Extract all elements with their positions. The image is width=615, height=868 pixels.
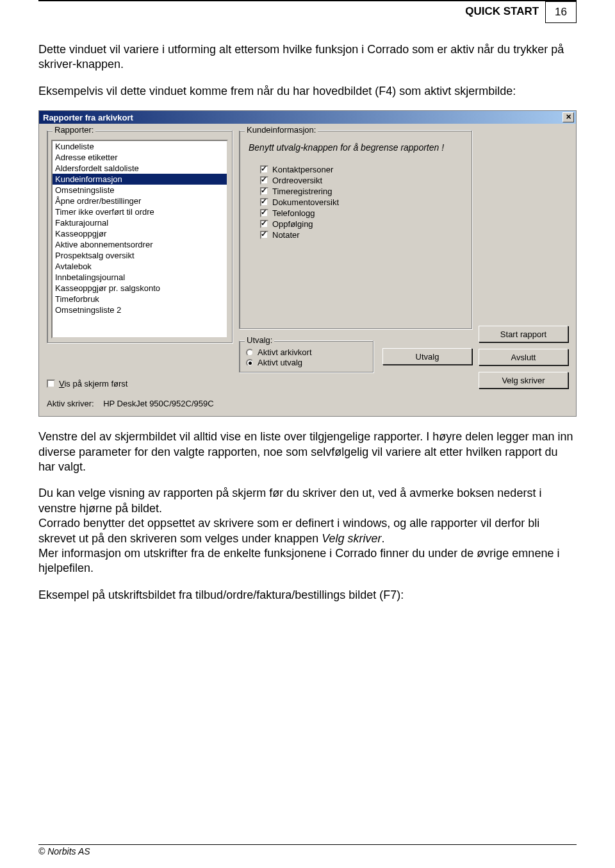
check-row[interactable]: Ordreoversikt	[243, 175, 468, 186]
kundeinfo-fieldset: Kundeinformasjon: Benytt utvalg-knappen …	[239, 130, 472, 329]
check-row[interactable]: Oppfølging	[243, 219, 468, 230]
checks-group: KontaktpersonerOrdreoversiktTimeregistre…	[243, 164, 468, 240]
list-item[interactable]: Timeforbruk	[53, 294, 227, 305]
hint-text: Benytt utvalg-knappen for å begrense rap…	[243, 140, 468, 164]
velg-skriver-button[interactable]: Velg skriver	[479, 372, 568, 388]
utvalg-fieldset: Utvalg: Aktivt arkivkort Aktivt utvalg	[239, 340, 373, 372]
list-item[interactable]: Aktive abonnementsordrer	[53, 239, 227, 250]
check-row[interactable]: Dokumentoversikt	[243, 197, 468, 208]
radio-label: Aktivt arkivkort	[258, 347, 312, 357]
utvalg-button[interactable]: Utvalg	[382, 348, 472, 365]
check-row[interactable]: Notater	[243, 230, 468, 240]
list-item[interactable]: Innbetalingsjournal	[53, 272, 227, 283]
rapporter-legend: Rapporter:	[53, 125, 95, 135]
check-label: Oppfølging	[272, 219, 313, 229]
check-label: Dokumentoversikt	[272, 197, 339, 207]
list-item[interactable]: Adresse etiketter	[53, 152, 227, 163]
checkbox-icon	[47, 380, 55, 388]
paragraph-4: Du kan velge visning av rapporten på skj…	[38, 486, 577, 576]
page-footer: © Norbits AS	[38, 844, 577, 856]
checkbox-icon	[260, 220, 268, 228]
dialog-titlebar: Rapporter fra arkivkort ✕	[39, 111, 576, 124]
radio-icon	[246, 359, 254, 367]
right-button-column: Start rapport Avslutt Velg skriver	[479, 326, 568, 388]
checkbox-icon	[260, 187, 268, 196]
vis-pa-skjerm-checkbox[interactable]: Vis på skjerm først	[47, 379, 233, 388]
paragraph-1: Dette vinduet vil variere i utforming al…	[38, 42, 577, 72]
close-icon[interactable]: ✕	[562, 112, 574, 122]
check-label: Kontaktpersoner	[272, 165, 333, 174]
list-item[interactable]: Fakturajournal	[53, 217, 227, 228]
checkbox-icon	[260, 165, 268, 174]
checkbox-icon	[260, 176, 268, 185]
list-item[interactable]: Avtalebok	[53, 261, 227, 272]
check-row[interactable]: Kontaktpersoner	[243, 164, 468, 175]
check-row[interactable]: Telefonlogg	[243, 208, 468, 219]
kundeinfo-legend: Kundeinformasjon:	[245, 125, 318, 135]
avslutt-button[interactable]: Avslutt	[479, 349, 568, 365]
rapporter-listbox[interactable]: KundelisteAdresse etiketterAldersfordelt…	[51, 140, 228, 338]
check-label: Notater	[272, 230, 300, 240]
start-report-button[interactable]: Start rapport	[479, 326, 568, 342]
list-item[interactable]: Kundeliste	[53, 141, 227, 152]
active-printer-line: Aktiv skriver: HP DeskJet 950C/952C/959C	[47, 395, 472, 408]
list-item[interactable]: Åpne ordrer/bestillinger	[53, 196, 227, 206]
check-label: Ordreoversikt	[272, 176, 322, 185]
radio-label: Aktivt utvalg	[258, 358, 302, 367]
checkbox-icon	[260, 231, 268, 239]
page-header: QUICK START 16	[38, 0, 577, 23]
paragraph-2: Eksempelvis vil dette vinduet komme frem…	[38, 84, 577, 99]
radio-aktivt-utvalg[interactable]: Aktivt utvalg	[245, 358, 368, 368]
paragraph-3: Venstre del av skjermbildet vil alltid v…	[38, 430, 577, 474]
list-item[interactable]: Aldersfordelt saldoliste	[53, 163, 227, 174]
printer-label: Aktiv skriver:	[47, 399, 94, 408]
list-item[interactable]: Kundeinformasjon	[53, 174, 227, 185]
utvalg-legend: Utvalg:	[245, 335, 274, 345]
list-item[interactable]: Prospektsalg oversikt	[53, 250, 227, 261]
page-number: 16	[545, 1, 577, 23]
paragraph-5: Eksempel på utskriftsbildet fra tilbud/o…	[38, 588, 577, 603]
dialog-title: Rapporter fra arkivkort	[43, 113, 133, 122]
checkbox-icon	[260, 198, 268, 206]
rapporter-fieldset: Rapporter: KundelisteAdresse etiketterAl…	[47, 130, 233, 343]
list-item[interactable]: Timer ikke overført til ordre	[53, 206, 227, 217]
list-item[interactable]: Kasseoppgjør pr. salgskonto	[53, 283, 227, 294]
list-item[interactable]: Omsetningsliste 2	[53, 305, 227, 315]
radio-icon	[246, 349, 254, 356]
check-label: Telefonlogg	[272, 208, 315, 218]
check-row[interactable]: Timeregistrering	[243, 186, 468, 197]
checkbox-icon	[260, 209, 268, 217]
check-label: Timeregistrering	[272, 187, 332, 196]
printer-value: HP DeskJet 950C/952C/959C	[103, 399, 213, 408]
report-dialog: Rapporter fra arkivkort ✕ Rapporter: Kun…	[38, 110, 577, 417]
section-title: QUICK START	[465, 1, 545, 22]
list-item[interactable]: Omsetningsliste	[53, 185, 227, 196]
radio-aktivt-arkivkort[interactable]: Aktivt arkivkort	[245, 347, 368, 358]
list-item[interactable]: Kasseoppgjør	[53, 228, 227, 239]
